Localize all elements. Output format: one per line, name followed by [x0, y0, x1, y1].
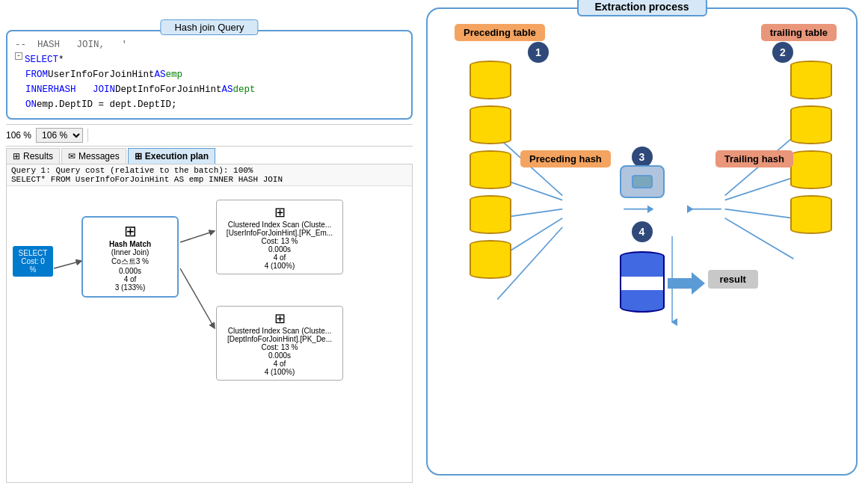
cyl-left-1 — [470, 61, 511, 99]
exec-query-line2: SELECT* FROM UserInfoForJoinHint AS emp … — [11, 175, 407, 184]
tabs-bar: ⊞ Results ✉ Messages ⊞ Execution plan — [6, 148, 413, 164]
execution-icon: ⊞ — [135, 151, 142, 161]
svg-marker-15 — [668, 272, 705, 295]
hash-join-center-box — [620, 165, 665, 198]
select-node: SELECT Cost: 0 % — [13, 246, 53, 277]
dept-alias: dept — [233, 82, 256, 97]
svg-line-0 — [54, 261, 81, 268]
hash-keyword: HASH — [54, 82, 93, 97]
ci-box-2: ⊞ Clustered Index Scan (Cluste... [DeptI… — [216, 306, 343, 381]
tab-results-label: Results — [23, 151, 53, 161]
ci1-pct: 4 (100%) — [221, 262, 338, 270]
cyl-right-2 — [790, 105, 832, 144]
ci2-time: 0.000s — [221, 351, 338, 360]
extraction-inner: Preceding table trailing table 1 2 — [440, 19, 844, 462]
preceding-cylinders — [470, 61, 511, 279]
join-keyword: JOIN — [93, 82, 115, 97]
svg-line-2 — [180, 268, 215, 328]
ci1-rows: 4 of — [221, 253, 338, 262]
tab-messages-label: Messages — [79, 151, 120, 161]
hash-match-icon: ⊞ — [87, 222, 173, 240]
code-line-4: INNER HASH JOIN DeptInfoForJoinHint AS d… — [15, 82, 404, 97]
tab-execution-plan[interactable]: ⊞ Execution plan — [128, 148, 215, 164]
emp-alias: emp — [166, 67, 183, 82]
cyl-left-2 — [470, 105, 511, 144]
exec-diagram: SELECT Cost: 0 % ⊞ Hash Match (Inner Joi… — [7, 186, 412, 381]
query-box: Hash join Query -- HASH JOIN, ' - SELECT… — [6, 30, 413, 120]
cyl-right-3 — [790, 150, 832, 189]
tab-messages[interactable]: ✉ Messages — [61, 148, 126, 164]
cyl-left-4 — [470, 195, 511, 234]
preceding-hash-label: Preceding hash — [520, 150, 611, 167]
hash-match-subtitle: (Inner Join) — [87, 248, 173, 256]
from-keyword: FROM — [25, 67, 48, 82]
arrows-svg — [7, 186, 412, 381]
code-line-2: - SELECT* — [15, 52, 404, 67]
as-keyword2: AS — [222, 82, 233, 97]
code-line-5: ON emp.DeptID = dept.DeptID; — [15, 97, 404, 112]
ci1-cost: Cost: 13 % — [221, 237, 338, 245]
right-panel: Extraction process — [419, 0, 868, 483]
messages-icon: ✉ — [68, 151, 76, 161]
cyl-right-1 — [790, 61, 832, 99]
select-cost: Cost: 0 % — [17, 257, 49, 274]
hash-match-box: ⊞ Hash Match (Inner Join) Co스트3 % 0.000s… — [81, 216, 179, 298]
extraction-title: Extraction process — [576, 0, 707, 16]
result-cylinder — [620, 251, 665, 313]
preceding-table-label: Preceding table — [455, 24, 545, 41]
circle-1: 1 — [528, 42, 549, 63]
on-keyword: ON — [25, 97, 37, 112]
ci2-cost: Cost: 13 % — [221, 343, 338, 351]
toolbar: 106 % 106 % — [6, 124, 413, 147]
hash-join-inner — [632, 175, 653, 188]
arrow-svg — [668, 272, 705, 295]
ci-icon-2: ⊞ — [274, 311, 286, 326]
svg-line-12 — [725, 209, 794, 218]
hash-match-title: Hash Match — [87, 240, 173, 248]
svg-line-13 — [725, 218, 794, 259]
ci2-pct: 4 (100%) — [221, 368, 338, 376]
svg-line-1 — [180, 231, 215, 242]
ci2-rows: 4 of — [221, 360, 338, 368]
ci1-time: 0.000s — [221, 245, 338, 253]
join-table: DeptInfoForJoinHint — [115, 82, 222, 97]
cyl-left-3 — [470, 150, 511, 189]
tab-execution-label: Execution plan — [145, 151, 209, 161]
hash-match-time: 0.000s — [87, 267, 173, 275]
code-comment: -- HASH JOIN, ' — [15, 37, 127, 52]
ci2-subtitle: [DeptInfoForJoinHint].[PK_De... — [221, 335, 338, 343]
svg-line-11 — [725, 177, 794, 200]
collapse-btn[interactable]: - — [15, 52, 22, 60]
select-keyword: SELECT — [25, 52, 58, 67]
ci2-title: Clustered Index Scan (Cluste... — [221, 327, 338, 335]
hash-match-rows: 4 of — [87, 275, 173, 283]
exec-area: Query 1: Query cost (relative to the bat… — [6, 164, 413, 483]
trailing-hash-label: Trailing hash — [715, 150, 793, 167]
exec-query-text: Query 1: Query cost (relative to the bat… — [7, 164, 412, 186]
left-panel: Hash join Query -- HASH JOIN, ' - SELECT… — [0, 0, 419, 483]
cyl-left-5 — [470, 240, 511, 279]
hash-match-cost: Co스트3 % — [87, 256, 173, 267]
code-line-3: FROM UserInfoForJoinHint AS emp — [15, 67, 404, 82]
tab-results[interactable]: ⊞ Results — [6, 148, 60, 164]
cyl-right-4 — [790, 195, 832, 234]
inner-keyword: INNER — [25, 82, 54, 97]
ci1-title: Clustered Index Scan (Cluste... — [221, 221, 338, 229]
toolbar-separator — [87, 129, 88, 142]
trailing-cylinders — [790, 61, 832, 234]
as-keyword: AS — [155, 67, 166, 82]
result-label: result — [708, 270, 758, 289]
ci-icon-1: ⊞ — [274, 205, 286, 220]
zoom-label: 106 % — [6, 130, 31, 141]
exec-query-line1: Query 1: Query cost (relative to the bat… — [11, 166, 407, 175]
query-title: Hash join Query — [160, 19, 258, 35]
ci1-subtitle: [UserInfoForJoinHint].[PK_Em... — [221, 229, 338, 237]
results-icon: ⊞ — [13, 151, 20, 161]
zoom-dropdown[interactable]: 106 % — [36, 128, 83, 143]
extraction-outer: Extraction process — [426, 7, 858, 476]
code-area: -- HASH JOIN, ' - SELECT* FROM UserInfoF… — [15, 37, 404, 112]
circle-3: 3 — [632, 147, 653, 167]
select-star: * — [58, 52, 64, 67]
circle-2: 2 — [772, 42, 793, 63]
select-label: SELECT — [17, 249, 49, 257]
